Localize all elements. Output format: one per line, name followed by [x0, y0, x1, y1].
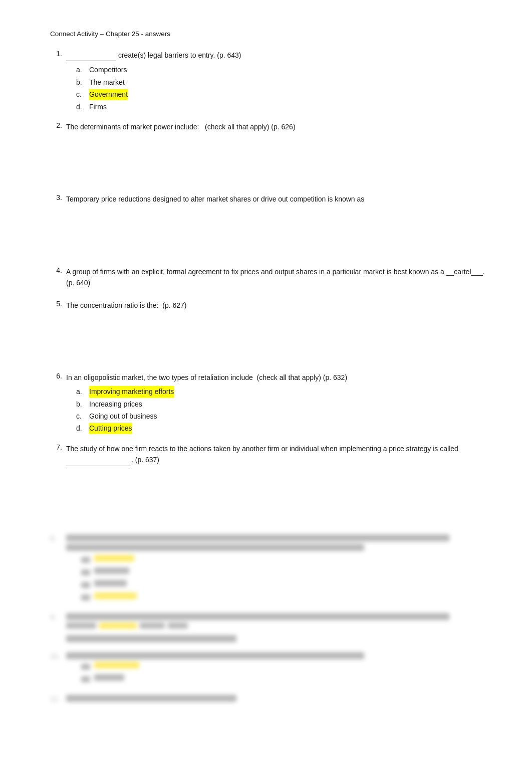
q6-option-a: a. Improving marketing efforts — [76, 386, 492, 397]
q6-option-d-text: Cutting prices — [89, 423, 132, 434]
q3-spacer — [66, 208, 492, 258]
q4-number: 4. — [50, 266, 62, 292]
q4-text: A group of firms with an explicit, forma… — [66, 266, 492, 289]
question-item-2: 2. The determinants of market power incl… — [50, 121, 492, 185]
q1-option-c-text: Government — [89, 89, 128, 100]
blurred-q8: 8. — [50, 534, 492, 605]
q6-content: In an oligopolistic market, the two type… — [66, 372, 492, 435]
question-list: 1. create(s) legal barriers to entry. (p… — [50, 50, 492, 519]
page-container: Connect Activity – Chapter 25 - answers … — [0, 0, 532, 742]
q6-option-a-text: Improving marketing efforts — [89, 386, 174, 397]
question-item-6: 6. In an oligopolistic market, the two t… — [50, 372, 492, 435]
q2-text: The determinants of market power include… — [66, 121, 492, 132]
q1-blank — [66, 50, 116, 61]
q5-number: 5. — [50, 300, 62, 364]
q7-number: 7. — [50, 443, 62, 519]
q1-number: 1. — [50, 50, 62, 113]
q6-text: In an oligopolistic market, the two type… — [66, 372, 492, 383]
page-title: Connect Activity – Chapter 25 - answers — [50, 30, 492, 38]
blurred-q9: 9. — [50, 613, 492, 644]
q1-option-b: b. The market — [76, 77, 492, 88]
q5-spacer — [66, 314, 492, 364]
q6-option-d: d. Cutting prices — [76, 423, 492, 434]
q3-number: 3. — [50, 193, 62, 258]
q1-option-c: c. Government — [76, 89, 492, 100]
q1-options: a. Competitors b. The market c. Governme… — [66, 64, 492, 112]
q6-number: 6. — [50, 372, 62, 435]
q2-number: 2. — [50, 121, 62, 185]
q7-content: The study of how one firm reacts to the … — [66, 443, 492, 519]
q1-option-d: d. Firms — [76, 101, 492, 112]
q6-options: a. Improving marketing efforts b. Increa… — [66, 386, 492, 434]
q3-content: Temporary price reductions designed to a… — [66, 193, 492, 258]
blurred-q10: 10. — [50, 652, 492, 687]
q5-text: The concentration ratio is the: (p. 627) — [66, 300, 492, 311]
q1-text: create(s) legal barriers to entry. (p. 6… — [66, 50, 492, 61]
q4-content: A group of firms with an explicit, forma… — [66, 266, 492, 292]
q1-content: create(s) legal barriers to entry. (p. 6… — [66, 50, 492, 113]
q6-option-b: b. Increasing prices — [76, 399, 492, 410]
q2-spacer — [66, 135, 492, 185]
q6-option-c: c. Going out of business — [76, 411, 492, 422]
question-item-3: 3. Temporary price reductions designed t… — [50, 193, 492, 258]
q7-blank — [66, 454, 131, 466]
q7-text: The study of how one firm reacts to the … — [66, 443, 492, 466]
blurred-section: 8. — [50, 534, 492, 704]
question-item-1: 1. create(s) legal barriers to entry. (p… — [50, 50, 492, 113]
q3-text: Temporary price reductions designed to a… — [66, 193, 492, 205]
q5-content: The concentration ratio is the: (p. 627) — [66, 300, 492, 364]
q7-spacer — [66, 469, 492, 519]
blurred-q11: 11. — [50, 695, 492, 704]
question-item-4: 4. A group of firms with an explicit, fo… — [50, 266, 492, 292]
q2-content: The determinants of market power include… — [66, 121, 492, 185]
question-item-7: 7. The study of how one firm reacts to t… — [50, 443, 492, 519]
q1-option-a: a. Competitors — [76, 64, 492, 75]
question-item-5: 5. The concentration ratio is the: (p. 6… — [50, 300, 492, 364]
